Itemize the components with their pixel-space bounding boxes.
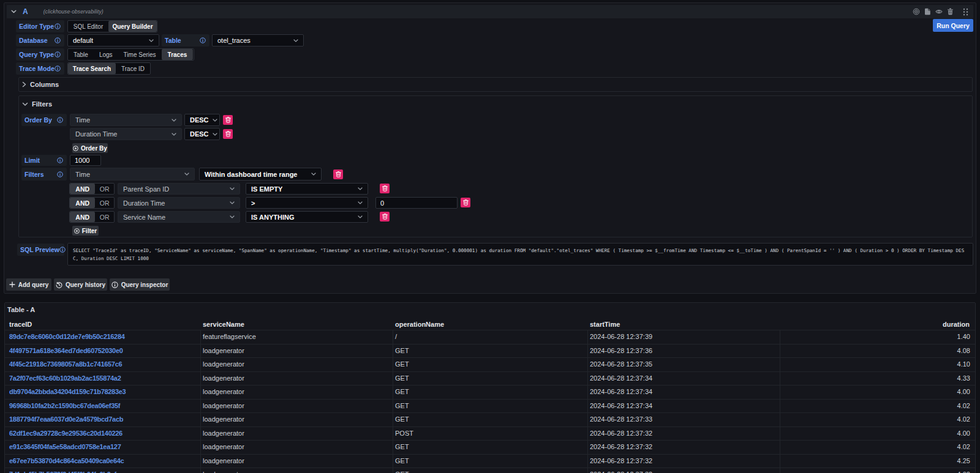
operation-name-cell: GET xyxy=(395,415,409,423)
input-value: 0 xyxy=(380,199,384,207)
record-icon[interactable] xyxy=(913,8,920,15)
table-row: 4f45c21918c73698057a8b1c741657c6loadgene… xyxy=(5,357,975,371)
select-value: Duration Time xyxy=(123,199,165,207)
filter-operator-select-0[interactable]: IS EMPTY xyxy=(246,183,368,195)
or-option[interactable]: OR xyxy=(95,184,114,194)
chevron-down-icon xyxy=(293,39,298,42)
service-name-cell: loadgenerator xyxy=(203,360,244,368)
order-by-field-select-1[interactable]: Duration Time xyxy=(70,128,182,140)
remove-time-filter-button[interactable] xyxy=(333,169,343,179)
column-header-operationName[interactable]: operationName xyxy=(395,321,444,328)
editor-type-query-builder[interactable]: Query Builder xyxy=(108,21,157,32)
remove-filter-button-2[interactable] xyxy=(380,212,390,222)
info-icon[interactable] xyxy=(200,37,206,43)
info-icon[interactable] xyxy=(59,247,66,253)
trace-mode-search[interactable]: Trace Search xyxy=(68,63,116,74)
query-row-header[interactable]: A (clickhouse-observability) xyxy=(7,5,973,18)
query-inspector-button[interactable]: Query inspector xyxy=(110,278,170,291)
trace-link[interactable]: 4f45c21918c73698057a8b1c741657c6 xyxy=(9,360,122,368)
columns-section-title: Columns xyxy=(30,81,59,88)
column-header-startTime[interactable]: startTime xyxy=(590,321,620,328)
query-type-time-series[interactable]: Time Series xyxy=(118,49,162,60)
remove-filter-button-1[interactable] xyxy=(461,198,470,207)
filter-operator-select-1[interactable]: > xyxy=(246,197,368,209)
query-history-button[interactable]: Query history xyxy=(54,278,107,291)
order-by-direction-select-1[interactable]: DESC xyxy=(184,128,220,140)
database-select[interactable]: default xyxy=(67,34,159,47)
filter-field-select-1[interactable]: Duration Time xyxy=(118,197,240,209)
remove-order-by-button-1[interactable] xyxy=(223,129,233,139)
trace-mode-id[interactable]: Trace ID xyxy=(116,63,150,74)
trace-link[interactable]: 7d1ab45b7b5079f2d45f0b64fe0b9cfa xyxy=(9,471,120,473)
and-option[interactable]: AND xyxy=(70,198,95,208)
info-icon[interactable] xyxy=(55,65,61,72)
trace-link[interactable]: db9704a2bbda34204d159c71b78283e3 xyxy=(9,388,126,395)
column-header-serviceName[interactable]: serviceName xyxy=(203,321,244,328)
filter-field-select-0[interactable]: Parent Span ID xyxy=(118,183,240,195)
chevron-right-icon[interactable] xyxy=(22,81,26,88)
column-header-duration[interactable]: duration xyxy=(943,321,970,328)
info-icon[interactable] xyxy=(57,117,63,123)
start-time-cell: 2024-06-28 12:37:34 xyxy=(590,388,652,395)
info-icon[interactable] xyxy=(55,23,61,29)
and-option[interactable]: AND xyxy=(70,212,95,222)
trace-link[interactable]: 96968b10fa2b2c1590bc67dea06ef35f xyxy=(9,402,120,409)
order-by-field-select-0[interactable]: Time xyxy=(70,114,182,126)
duplicate-query-icon[interactable] xyxy=(924,8,932,15)
filters-section-header[interactable]: Filters xyxy=(19,97,972,111)
or-option[interactable]: OR xyxy=(95,198,114,208)
filter-value-input-1[interactable]: 0 xyxy=(375,197,458,209)
order-by-direction-select-0[interactable]: DESC xyxy=(184,114,220,126)
collapse-chevron-icon[interactable] xyxy=(11,10,17,13)
chevron-down-icon xyxy=(213,133,217,136)
and-option[interactable]: AND xyxy=(70,184,95,194)
chevron-down-icon[interactable] xyxy=(22,102,28,106)
select-value: IS ANYTHING xyxy=(251,214,295,221)
query-refid: A xyxy=(23,7,28,16)
filter-field-select-2[interactable]: Service Name xyxy=(118,211,240,223)
trace-link[interactable]: 4f497571a618e364ed7ded60752030e0 xyxy=(9,347,123,354)
limit-input[interactable]: 1000 xyxy=(70,155,101,166)
table-select[interactable]: otel_traces xyxy=(212,34,304,47)
database-label: Database xyxy=(16,34,64,47)
trace-link[interactable]: 7a2f07ecf63c60b1029ab2ac155874a2 xyxy=(9,374,121,382)
start-time-cell: 2024-06-28 12:37:32 xyxy=(590,430,652,437)
add-query-button[interactable]: Add query xyxy=(6,278,51,291)
drag-handle-icon[interactable] xyxy=(962,8,969,15)
trace-link[interactable]: e67ee7b53870d4c864ca50409ca0e64c xyxy=(9,457,124,464)
remove-filter-button-0[interactable] xyxy=(380,184,390,193)
info-icon[interactable] xyxy=(55,51,61,58)
info-circle-icon xyxy=(111,281,118,288)
info-icon[interactable] xyxy=(57,171,63,177)
hide-response-eye-icon[interactable] xyxy=(935,8,943,15)
query-type-traces[interactable]: Traces xyxy=(162,49,194,60)
filter-time-range-select[interactable]: Within dashboard time range xyxy=(199,168,322,181)
column-header-traceID[interactable]: traceID xyxy=(9,321,32,328)
info-icon[interactable] xyxy=(55,37,61,43)
filter-operator-select-2[interactable]: IS ANYTHING xyxy=(246,211,368,223)
trace-link[interactable]: 89dc7e8c6060c0d12de7e9b50c216284 xyxy=(9,333,125,340)
chevron-down-icon xyxy=(358,215,363,218)
plus-icon xyxy=(9,281,15,288)
trace-link[interactable]: 62df1ec9a29728c9e29536c20d140226 xyxy=(9,430,123,437)
editor-type-sql-editor[interactable]: SQL Editor xyxy=(68,21,108,32)
add-filter-button[interactable]: Filter xyxy=(72,226,99,236)
service-name-cell: featureflagservice xyxy=(203,333,256,340)
remove-order-by-button-0[interactable] xyxy=(223,115,233,125)
add-order-by-button[interactable]: Order By xyxy=(72,143,108,153)
or-option[interactable]: OR xyxy=(95,212,114,222)
operation-name-cell: GET xyxy=(395,457,409,464)
remove-query-trash-icon[interactable] xyxy=(947,8,954,15)
service-name-cell: loadgenerator xyxy=(203,457,244,464)
info-icon[interactable] xyxy=(57,157,63,163)
trace-link[interactable]: 1887794f7eaa6037d0e2a4579bcd7acb xyxy=(9,415,123,423)
columns-section[interactable]: Columns xyxy=(18,77,973,92)
filter-time-field-select[interactable]: Time xyxy=(70,168,195,181)
query-type-table[interactable]: Table xyxy=(68,49,94,60)
trace-link[interactable]: e91c3645f04fa5e58adcd0758e1ea127 xyxy=(9,443,121,450)
query-type-logs[interactable]: Logs xyxy=(94,49,118,60)
chevron-down-icon xyxy=(358,201,363,204)
table-row: db9704a2bbda34204d159c71b78283e3loadgene… xyxy=(5,385,975,398)
run-query-button[interactable]: Run Query xyxy=(933,19,973,32)
operation-name-cell: GET xyxy=(395,402,409,409)
